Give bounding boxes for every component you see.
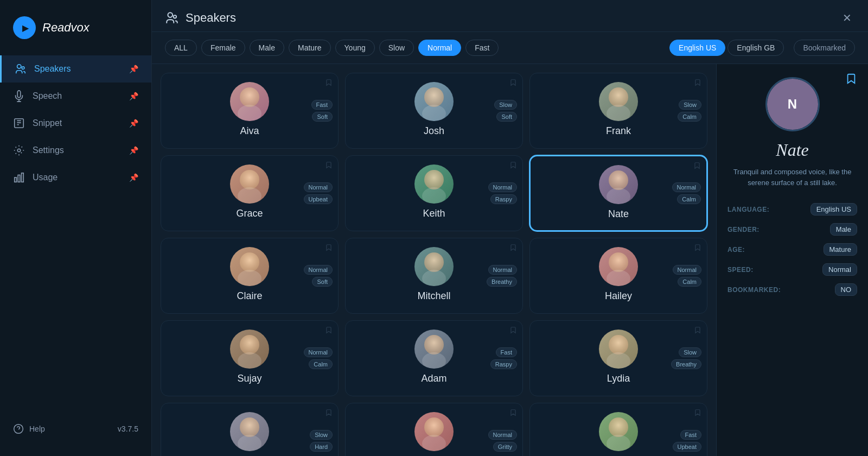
speaker-card-mitchell[interactable]: Mitchell NormalBreathy bbox=[345, 238, 523, 314]
sidebar-item-usage[interactable]: Usage 📌 bbox=[0, 164, 151, 191]
version-label: v3.7.5 bbox=[118, 425, 138, 433]
attr-label: BOOKMARKED: bbox=[727, 286, 781, 294]
filter-chip-male[interactable]: Male bbox=[250, 40, 284, 56]
speaker-card-saylor[interactable]: Saylor NormalGritty bbox=[345, 403, 523, 456]
speaker-avatar-vera bbox=[230, 412, 269, 451]
tag-keith-normal: Normal bbox=[488, 182, 517, 192]
speaker-avatar-saylor bbox=[414, 412, 454, 451]
speaker-name-aiva: Aiva bbox=[240, 125, 259, 137]
speaker-avatar-keith bbox=[414, 164, 454, 204]
speaker-name-josh: Josh bbox=[424, 125, 444, 137]
tag-adam-raspy: Raspy bbox=[490, 359, 517, 369]
speaker-card-adam[interactable]: Adam FastRaspy bbox=[345, 320, 523, 396]
speaker-name-keith: Keith bbox=[423, 208, 445, 219]
speaker-card-aiva[interactable]: Aiva FastSoft bbox=[161, 73, 339, 149]
svg-point-27 bbox=[607, 270, 630, 286]
svg-point-32 bbox=[609, 335, 628, 354]
bookmark-icon-josh bbox=[509, 79, 517, 88]
speaker-card-grace[interactable]: Grace NormalUpbeat bbox=[161, 155, 339, 231]
speaker-card-lydia[interactable]: Lydia SlowBreathy bbox=[529, 320, 707, 396]
speaker-tags-frank: SlowCalm bbox=[678, 100, 701, 122]
attr-value: NO bbox=[835, 283, 858, 296]
speaker-tags-saylor: NormalGritty bbox=[488, 430, 517, 452]
speaker-card-nate[interactable]: Nate NormalCalm bbox=[529, 155, 707, 231]
lang-english-us[interactable]: English US bbox=[669, 40, 725, 56]
tag-vera-hard: Hard bbox=[310, 442, 333, 452]
speakers-label: Speakers bbox=[34, 64, 71, 74]
tag-claire-normal: Normal bbox=[304, 265, 333, 275]
detail-bookmark-icon[interactable] bbox=[845, 73, 857, 88]
lang-english-gb[interactable]: English GB bbox=[727, 40, 784, 56]
svg-point-12 bbox=[424, 87, 444, 107]
tag-josh-soft: Soft bbox=[496, 112, 517, 122]
tag-frank-calm: Calm bbox=[678, 112, 701, 122]
help-label: Help bbox=[29, 425, 45, 433]
settings-label: Settings bbox=[33, 145, 64, 155]
sidebar-item-settings[interactable]: Settings 📌 bbox=[0, 137, 151, 164]
tag-aiva-soft: Soft bbox=[312, 112, 333, 122]
bookmark-icon-mitchell bbox=[509, 244, 517, 254]
sidebar-item-speech[interactable]: Speech 📌 bbox=[0, 83, 151, 110]
speaker-name-adam: Adam bbox=[421, 373, 446, 384]
sidebar: Readvox Speakers 📌 Speech 📌 Sni bbox=[0, 0, 152, 456]
bookmarked-button[interactable]: Bookmarked bbox=[794, 40, 855, 56]
pin-icon-snippet: 📌 bbox=[129, 119, 138, 128]
main-content: Speakers ✕ ALL Female Male Mature Young … bbox=[152, 0, 868, 456]
speaker-avatar-mitchell bbox=[414, 247, 454, 286]
speaker-tags-vera: SlowHard bbox=[310, 430, 333, 452]
pin-icon-speakers: 📌 bbox=[129, 65, 138, 73]
svg-point-7 bbox=[14, 425, 23, 434]
pin-icon-settings: 📌 bbox=[129, 146, 138, 155]
speech-icon bbox=[13, 90, 25, 102]
speaker-name-nate: Nate bbox=[608, 208, 629, 220]
sidebar-item-speakers[interactable]: Speakers 📌 bbox=[0, 55, 151, 83]
filter-chip-mature[interactable]: Mature bbox=[289, 40, 331, 56]
filter-chip-slow[interactable]: Slow bbox=[379, 40, 414, 56]
speaker-card-josh[interactable]: Josh SlowSoft bbox=[345, 73, 523, 149]
speaker-card-vera[interactable]: Vera SlowHard bbox=[161, 403, 339, 456]
attr-value: Mature bbox=[824, 243, 857, 256]
svg-rect-2 bbox=[15, 119, 24, 128]
tag-josh-slow: Slow bbox=[494, 100, 517, 110]
speaker-avatar-aiva bbox=[230, 82, 269, 121]
attr-label: GENDER: bbox=[727, 226, 760, 233]
usage-icon bbox=[13, 172, 25, 183]
bookmark-icon-lydia bbox=[694, 326, 701, 336]
filter-chip-normal[interactable]: Normal bbox=[418, 40, 461, 56]
speaker-tags-aiva: FastSoft bbox=[311, 100, 333, 122]
speech-label: Speech bbox=[33, 91, 62, 101]
attr-label: SPEED: bbox=[727, 266, 754, 274]
filter-chip-young[interactable]: Young bbox=[335, 40, 375, 56]
speaker-avatar-nate bbox=[599, 165, 638, 204]
speaker-card-joe[interactable]: Joe FastUpbeat bbox=[529, 403, 707, 456]
speakers-icon bbox=[15, 63, 27, 75]
bookmark-icon-keith bbox=[509, 161, 517, 171]
sidebar-item-snippet[interactable]: Snippet 📌 bbox=[0, 110, 151, 137]
close-button[interactable]: ✕ bbox=[839, 10, 855, 26]
filter-chip-fast[interactable]: Fast bbox=[465, 40, 499, 56]
filter-bar: ALL Female Male Mature Young Slow Normal… bbox=[152, 32, 868, 64]
svg-point-35 bbox=[238, 435, 261, 451]
svg-point-24 bbox=[424, 252, 444, 272]
speaker-card-frank[interactable]: Frank SlowCalm bbox=[529, 73, 707, 149]
tag-nate-normal: Normal bbox=[672, 182, 701, 192]
svg-point-1 bbox=[22, 67, 24, 69]
svg-rect-6 bbox=[22, 173, 24, 182]
speaker-card-keith[interactable]: Keith NormalRaspy bbox=[345, 155, 523, 231]
filter-chip-all[interactable]: ALL bbox=[165, 40, 197, 56]
svg-point-33 bbox=[607, 352, 630, 369]
speaker-avatar-grace bbox=[230, 164, 269, 204]
speaker-card-claire[interactable]: Claire NormalSoft bbox=[161, 238, 339, 314]
header-title-group: Speakers bbox=[165, 11, 236, 25]
filter-chip-female[interactable]: Female bbox=[201, 40, 245, 56]
speaker-card-sujay[interactable]: Sujay NormalCalm bbox=[161, 320, 339, 396]
logo: Readvox bbox=[0, 11, 151, 55]
speaker-card-hailey[interactable]: Hailey NormalCalm bbox=[529, 238, 707, 314]
bookmark-icon-hailey bbox=[694, 244, 701, 254]
speaker-name-hailey: Hailey bbox=[605, 290, 632, 302]
speaker-tags-mitchell: NormalBreathy bbox=[487, 265, 517, 287]
svg-point-17 bbox=[238, 187, 261, 204]
content-area: Aiva FastSoft bbox=[152, 64, 868, 456]
help-item[interactable]: Help bbox=[13, 423, 45, 434]
svg-point-11 bbox=[238, 105, 261, 121]
